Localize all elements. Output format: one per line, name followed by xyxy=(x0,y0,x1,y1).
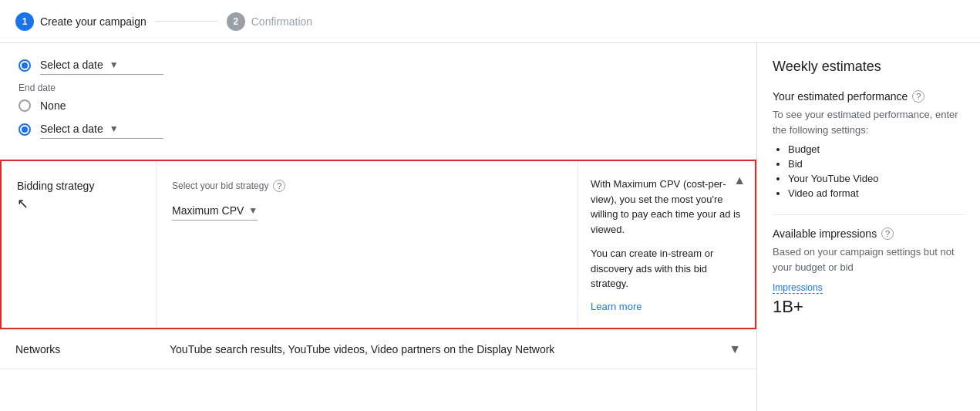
bidding-center: Select your bid strategy ? Maximum CPV ▼ xyxy=(156,161,578,328)
step-1-label: Create your campaign xyxy=(40,15,146,28)
sidebar-title: Weekly estimates xyxy=(773,59,965,75)
end-date-dropdown-arrow: ▼ xyxy=(109,123,119,134)
performance-list-item-bid: Bid xyxy=(788,158,965,170)
cpv-description-2: You can create in-stream or discovery ad… xyxy=(591,246,743,291)
performance-list-item-budget: Budget xyxy=(788,143,965,155)
strategy-selected-text: Maximum CPV xyxy=(172,204,244,217)
step-2-label: Confirmation xyxy=(251,15,312,28)
networks-value: YouTube search results, YouTube videos, … xyxy=(170,343,729,355)
cursor-icon: ↖ xyxy=(17,195,29,212)
estimated-performance-title: Your estimated performance ? xyxy=(773,90,965,103)
step-divider xyxy=(156,21,217,22)
strategy-dropdown[interactable]: Maximum CPV ▼ xyxy=(172,201,258,221)
start-date-dropdown-arrow: ▼ xyxy=(109,59,119,70)
none-date-row: None xyxy=(19,99,738,112)
step-1: 1 Create your campaign xyxy=(15,12,146,31)
none-label: None xyxy=(40,99,66,112)
available-impressions-section: Available impressions ? Based on your ca… xyxy=(773,227,965,317)
impressions-value: 1B+ xyxy=(773,297,965,317)
start-date-radio-filled[interactable] xyxy=(19,59,31,72)
start-date-row: Select a date ▼ xyxy=(19,56,738,75)
bidding-right: ▲ With Maximum CPV (cost-per-view), you … xyxy=(578,161,755,328)
step-2: 2 Confirmation xyxy=(227,12,312,31)
performance-description: To see your estimated performance, enter… xyxy=(773,107,965,137)
estimated-performance-section: Your estimated performance ? To see your… xyxy=(773,90,965,199)
bid-strategy-help-icon[interactable]: ? xyxy=(273,180,285,192)
content-area: Select a date ▼ End date None Select a d… xyxy=(0,43,756,411)
impressions-description: Based on your campaign settings but not … xyxy=(773,244,965,275)
learn-more-link[interactable]: Learn more xyxy=(591,301,743,312)
performance-list: Budget Bid Your YouTube Video Video ad f… xyxy=(773,143,965,199)
end-date-dropdown[interactable]: Select a date ▼ xyxy=(40,120,163,139)
performance-help-icon[interactable]: ? xyxy=(912,90,924,103)
performance-list-item-format: Video ad format xyxy=(788,187,965,199)
end-date-label: End date xyxy=(19,83,738,93)
impressions-help-icon[interactable]: ? xyxy=(881,227,894,240)
end-date-radio-filled[interactable] xyxy=(19,123,31,136)
collapse-button[interactable]: ▲ xyxy=(733,173,746,187)
networks-section: Networks YouTube search results, YouTube… xyxy=(0,329,756,369)
cpv-description-1: With Maximum CPV (cost-per-view), you se… xyxy=(591,177,743,237)
step-2-circle: 2 xyxy=(227,12,245,31)
bid-strategy-label-text: Select your bid strategy xyxy=(172,180,268,191)
available-impressions-title: Available impressions ? xyxy=(773,227,965,240)
start-date-dropdown[interactable]: Select a date ▼ xyxy=(40,56,163,75)
impressions-label[interactable]: Impressions xyxy=(773,282,823,294)
networks-title: Networks xyxy=(15,343,170,355)
performance-list-item-video: Your YouTube Video xyxy=(788,173,965,184)
start-date-dropdown-label: Select a date xyxy=(40,59,103,71)
bidding-left: Bidding strategy ↖ xyxy=(2,161,156,328)
networks-expand-icon[interactable]: ▼ xyxy=(729,342,741,356)
strategy-dropdown-arrow: ▼ xyxy=(248,205,258,216)
bidding-title: Bidding strategy xyxy=(17,180,140,192)
date-section: Select a date ▼ End date None Select a d… xyxy=(0,43,756,160)
sidebar-divider xyxy=(773,214,965,215)
step-1-circle: 1 xyxy=(15,12,34,31)
top-bar: 1 Create your campaign 2 Confirmation xyxy=(0,0,980,43)
end-date-row: Select a date ▼ xyxy=(19,120,738,139)
end-date-dropdown-label: Select a date xyxy=(40,123,103,135)
bidding-strategy-section: Bidding strategy ↖ Select your bid strat… xyxy=(0,160,756,329)
bid-strategy-label: Select your bid strategy ? xyxy=(172,180,562,192)
bidding-inner: Bidding strategy ↖ Select your bid strat… xyxy=(2,161,755,328)
main-layout: Select a date ▼ End date None Select a d… xyxy=(0,43,980,411)
sidebar: Weekly estimates Your estimated performa… xyxy=(756,43,980,411)
none-radio[interactable] xyxy=(19,99,31,112)
